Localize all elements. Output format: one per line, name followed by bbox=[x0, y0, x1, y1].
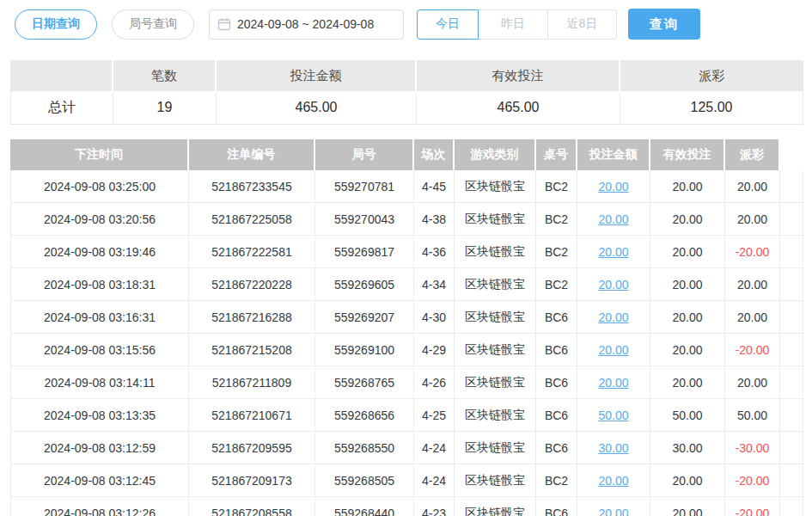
session-cell: 4-38 bbox=[414, 203, 455, 235]
bet-amount-link[interactable]: 20.00 bbox=[577, 497, 650, 516]
yesterday-button[interactable]: 昨日 bbox=[479, 9, 548, 40]
payout-cell: -20.00 bbox=[725, 497, 780, 516]
bet-amount-link[interactable]: 20.00 bbox=[577, 301, 650, 333]
game-type-cell: 区块链骰宝 bbox=[455, 366, 536, 398]
today-button[interactable]: 今日 bbox=[417, 9, 479, 40]
round-id-cell: 559268505 bbox=[315, 464, 414, 496]
column-header: 有效投注 bbox=[650, 139, 725, 170]
table-id-cell: BC6 bbox=[536, 334, 577, 366]
bet-id-cell: 521867208558 bbox=[189, 497, 315, 516]
table-row: 2024-09-08 03:25:00521867233545559270781… bbox=[10, 170, 803, 203]
table-id-cell: BC6 bbox=[536, 497, 577, 516]
round-query-tab[interactable]: 局号查询 bbox=[112, 9, 194, 40]
date-range-value: 2024-09-08 ~ 2024-09-08 bbox=[237, 17, 374, 31]
bet-amount-link[interactable]: 20.00 bbox=[577, 464, 650, 496]
summary-total-label: 总计 bbox=[10, 91, 113, 125]
row-gutter bbox=[780, 170, 803, 202]
game-type-cell: 区块链骰宝 bbox=[455, 203, 536, 235]
game-type-cell: 区块链骰宝 bbox=[455, 432, 536, 464]
records-header-row: 下注时间注单编号局号场次游戏类别桌号投注金额有效投注派彩 bbox=[10, 139, 803, 170]
records-table: 下注时间注单编号局号场次游戏类别桌号投注金额有效投注派彩 2024-09-08 … bbox=[10, 139, 803, 516]
summary-total-row: 总计19465.00465.00125.00 bbox=[10, 91, 803, 125]
payout-cell: 20.00 bbox=[725, 170, 780, 202]
payout-cell: -20.00 bbox=[725, 236, 780, 267]
round-id-cell: 559268550 bbox=[315, 432, 414, 464]
table-id-cell: BC6 bbox=[536, 432, 577, 464]
bet-time-cell: 2024-09-08 03:12:59 bbox=[10, 432, 189, 464]
session-cell: 4-34 bbox=[414, 268, 455, 300]
valid-bet-cell: 20.00 bbox=[650, 203, 725, 235]
valid-bet-cell: 20.00 bbox=[650, 497, 725, 516]
summary-header-row: 笔数投注金额有效投注派彩 bbox=[10, 60, 803, 91]
table-id-cell: BC6 bbox=[536, 399, 577, 431]
game-type-cell: 区块链骰宝 bbox=[455, 170, 536, 202]
valid-bet-cell: 50.00 bbox=[650, 399, 725, 431]
header-gutter bbox=[780, 139, 803, 170]
summary-header-cell: 有效投注 bbox=[417, 60, 620, 91]
bet-amount-link[interactable]: 20.00 bbox=[577, 334, 650, 366]
bet-time-cell: 2024-09-08 03:12:45 bbox=[10, 464, 189, 496]
game-type-cell: 区块链骰宝 bbox=[455, 399, 536, 431]
session-cell: 4-45 bbox=[414, 170, 455, 202]
game-type-cell: 区块链骰宝 bbox=[455, 497, 536, 516]
table-row: 2024-09-08 03:12:59521867209595559268550… bbox=[10, 432, 803, 464]
table-id-cell: BC2 bbox=[536, 236, 577, 267]
bet-id-cell: 521867209173 bbox=[189, 464, 315, 496]
bet-time-cell: 2024-09-08 03:15:56 bbox=[10, 334, 189, 366]
quick-range-group: 今日 昨日 近8日 bbox=[417, 9, 617, 40]
date-range-input[interactable]: 2024-09-08 ~ 2024-09-08 bbox=[209, 9, 404, 40]
summary-total-value: 465.00 bbox=[417, 91, 620, 125]
bet-amount-link[interactable]: 50.00 bbox=[577, 399, 650, 431]
bet-amount-link[interactable]: 20.00 bbox=[577, 236, 650, 267]
row-gutter bbox=[780, 203, 803, 235]
bet-amount-link[interactable]: 20.00 bbox=[577, 170, 650, 202]
row-gutter bbox=[780, 236, 803, 267]
bet-id-cell: 521867220228 bbox=[189, 268, 315, 300]
valid-bet-cell: 20.00 bbox=[650, 464, 725, 496]
column-header: 投注金额 bbox=[577, 139, 650, 170]
session-cell: 4-25 bbox=[414, 399, 455, 431]
bet-amount-link[interactable]: 20.00 bbox=[577, 268, 650, 300]
bet-amount-link[interactable]: 20.00 bbox=[577, 366, 650, 398]
table-row: 2024-09-08 03:12:45521867209173559268505… bbox=[10, 464, 803, 497]
summary-table: 笔数投注金额有效投注派彩 总计19465.00465.00125.00 bbox=[10, 60, 803, 125]
bet-id-cell: 521867222581 bbox=[189, 236, 315, 267]
row-gutter bbox=[780, 497, 803, 516]
table-id-cell: BC6 bbox=[536, 301, 577, 333]
game-type-cell: 区块链骰宝 bbox=[455, 268, 536, 300]
round-id-cell: 559268656 bbox=[315, 399, 414, 431]
summary-total-value: 19 bbox=[113, 91, 217, 125]
valid-bet-cell: 20.00 bbox=[650, 236, 725, 267]
summary-header-cell bbox=[10, 60, 113, 91]
round-id-cell: 559268440 bbox=[315, 497, 414, 516]
search-button[interactable]: 查询 bbox=[628, 9, 700, 40]
row-gutter bbox=[780, 268, 803, 300]
last8days-button[interactable]: 近8日 bbox=[548, 9, 617, 40]
table-row: 2024-09-08 03:18:31521867220228559269605… bbox=[10, 268, 803, 301]
valid-bet-cell: 20.00 bbox=[650, 268, 725, 300]
table-id-cell: BC6 bbox=[536, 366, 577, 398]
date-query-tab[interactable]: 日期查询 bbox=[15, 9, 97, 40]
table-row: 2024-09-08 03:14:11521867211809559268765… bbox=[10, 366, 803, 399]
column-header: 局号 bbox=[315, 139, 414, 170]
valid-bet-cell: 20.00 bbox=[650, 301, 725, 333]
table-row: 2024-09-08 03:13:35521867210671559268656… bbox=[10, 399, 803, 432]
bet-amount-link[interactable]: 30.00 bbox=[577, 432, 650, 464]
summary-total-value: 125.00 bbox=[620, 91, 803, 125]
table-id-cell: BC2 bbox=[536, 464, 577, 496]
payout-cell: -30.00 bbox=[725, 432, 780, 464]
bet-amount-link[interactable]: 20.00 bbox=[577, 203, 650, 235]
bet-id-cell: 521867233545 bbox=[189, 170, 315, 202]
valid-bet-cell: 20.00 bbox=[650, 334, 725, 366]
table-id-cell: BC2 bbox=[536, 203, 577, 235]
session-cell: 4-30 bbox=[414, 301, 455, 333]
payout-cell: -20.00 bbox=[725, 464, 780, 496]
payout-cell: 20.00 bbox=[725, 268, 780, 300]
summary-header-cell: 投注金额 bbox=[217, 60, 417, 91]
round-id-cell: 559269100 bbox=[315, 334, 414, 366]
row-gutter bbox=[780, 432, 803, 464]
column-header: 注单编号 bbox=[189, 139, 315, 170]
valid-bet-cell: 20.00 bbox=[650, 366, 725, 398]
payout-cell: 20.00 bbox=[725, 203, 780, 235]
payout-cell: -20.00 bbox=[725, 334, 780, 366]
